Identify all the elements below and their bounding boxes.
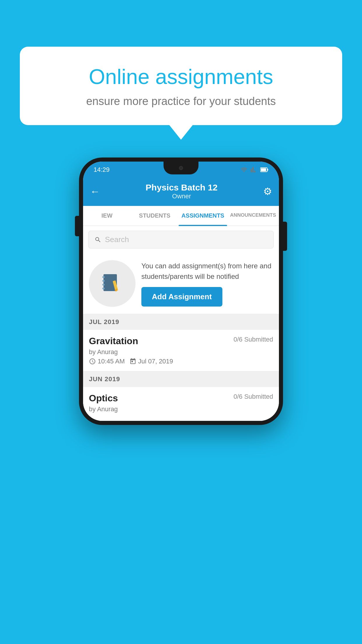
svg-rect-4 <box>102 276 105 278</box>
assignment-icon-circle <box>89 260 136 307</box>
header-subtitle: Owner <box>146 192 218 200</box>
notebook-icon <box>101 272 124 295</box>
submitted-badge-optics: 0/6 Submitted <box>233 393 273 400</box>
settings-button[interactable]: ⚙ <box>263 186 272 197</box>
assignment-meta-gravitation: by Anurag <box>89 348 273 356</box>
app-header: ← Physics Batch 12 Owner ⚙ <box>83 178 279 206</box>
svg-rect-7 <box>102 288 105 289</box>
assignment-name-optics: Optics <box>89 393 118 404</box>
speech-bubble-wrapper: Online assignments ensure more practice … <box>20 47 342 140</box>
assignment-meta-optics: by Anurag <box>89 405 273 413</box>
section-header-jun: JUN 2019 <box>83 371 279 387</box>
back-button[interactable]: ← <box>90 186 100 197</box>
assignment-date: Jul 07, 2019 <box>138 358 173 365</box>
info-section: You can add assignment(s) from here and … <box>83 253 279 314</box>
assignment-top-row: Gravitation 0/6 Submitted <box>89 336 273 346</box>
status-icons <box>240 166 268 173</box>
wifi-icon <box>240 166 247 173</box>
search-placeholder: Search <box>105 235 129 244</box>
info-right: You can add assignment(s) from here and … <box>141 261 273 307</box>
time-item: 10:45 AM <box>89 358 125 365</box>
search-icon <box>94 236 101 243</box>
header-title: Physics Batch 12 <box>146 183 218 192</box>
info-description: You can add assignment(s) from here and … <box>141 261 273 282</box>
camera-dot <box>179 166 183 170</box>
search-bar[interactable]: Search <box>88 231 274 249</box>
section-header-jul: JUL 2019 <box>83 314 279 330</box>
tab-students[interactable]: STUDENTS <box>131 206 179 225</box>
status-bar: 14:29 <box>83 162 279 178</box>
tab-announcements[interactable]: ANNOUNCEMENTS <box>227 206 279 225</box>
tab-assignments[interactable]: ASSIGNMENTS <box>179 206 227 225</box>
assignment-item-gravitation[interactable]: Gravitation 0/6 Submitted by Anurag 10:4… <box>83 330 279 371</box>
svg-rect-1 <box>267 169 268 171</box>
notch <box>164 162 198 174</box>
svg-rect-6 <box>102 284 105 286</box>
speech-bubble-title: Online assignments <box>40 64 322 89</box>
assignment-name-gravitation: Gravitation <box>89 336 138 346</box>
submitted-badge-gravitation: 0/6 Submitted <box>233 336 273 343</box>
battery-icon <box>260 167 268 172</box>
signal-icon <box>250 166 257 173</box>
tabs-bar: IEW STUDENTS ASSIGNMENTS ANNOUNCEMENTS <box>83 206 279 226</box>
header-center: Physics Batch 12 Owner <box>146 183 218 200</box>
status-time: 14:29 <box>94 166 110 174</box>
speech-bubble-arrow <box>169 125 193 140</box>
add-assignment-button[interactable]: Add Assignment <box>141 287 222 307</box>
assignment-time-row-gravitation: 10:45 AM Jul 07, 2019 <box>89 358 273 365</box>
assignment-time: 10:45 AM <box>98 358 125 365</box>
assignment-item-optics[interactable]: Optics 0/6 Submitted by Anurag <box>83 387 279 421</box>
svg-rect-5 <box>102 280 105 282</box>
clock-icon <box>89 358 96 365</box>
phone-wrapper: 14:29 <box>79 158 283 425</box>
phone-screen: 14:29 <box>83 162 279 421</box>
assignment-top-row-optics: Optics 0/6 Submitted <box>89 393 273 404</box>
speech-bubble-subtitle: ensure more practice for your students <box>40 95 322 108</box>
speech-bubble: Online assignments ensure more practice … <box>20 47 342 125</box>
calendar-icon <box>129 358 136 365</box>
phone-frame: 14:29 <box>79 158 283 425</box>
tab-iew[interactable]: IEW <box>83 206 131 225</box>
search-container: Search <box>83 226 279 253</box>
svg-rect-2 <box>261 168 266 171</box>
date-item: Jul 07, 2019 <box>129 358 173 365</box>
